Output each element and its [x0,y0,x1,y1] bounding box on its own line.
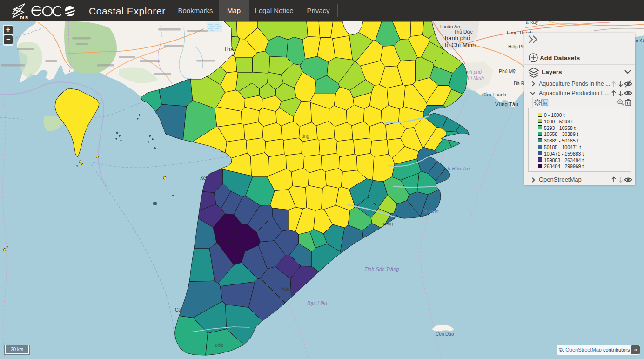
svg-text:Thành phố: Thành phố [441,34,470,41]
svg-text:rà Vinh: rà Vinh [423,209,439,214]
svg-text:Hồ Chí Minh: Hồ Chí Minh [442,41,476,48]
svg-text:Cái: Cái [175,307,182,312]
svg-text:ước: ước [215,343,223,348]
svg-text:Tỉnh Sóc Trăng: Tỉnh Sóc Trăng [364,266,399,272]
svg-text:DLR: DLR [20,15,28,20]
svg-text:Phú Mỹ: Phú Mỹ [499,68,516,74]
svg-text:n Kê: n Kê [636,38,644,43]
svg-text:Bà R: Bà R [514,81,525,86]
svg-text:áng: áng [302,134,309,139]
svg-text:Thủ Đức: Thủ Đức [454,29,473,34]
svg-text:h Bến Tre: h Bến Tre [448,166,470,171]
svg-text:Bạc Liêu: Bạc Liêu [307,300,327,306]
svg-text:Côn Đảo: Côn Đảo [436,332,454,337]
svg-text:Vũng Tàu: Vũng Tàu [495,102,518,107]
svg-text:ương: ương [382,221,393,226]
svg-text:Cần Thạnh: Cần Thạnh [482,92,506,97]
svg-text:Xẻ: Xẻ [200,176,206,181]
svg-text:Hào: Hào [281,286,290,291]
